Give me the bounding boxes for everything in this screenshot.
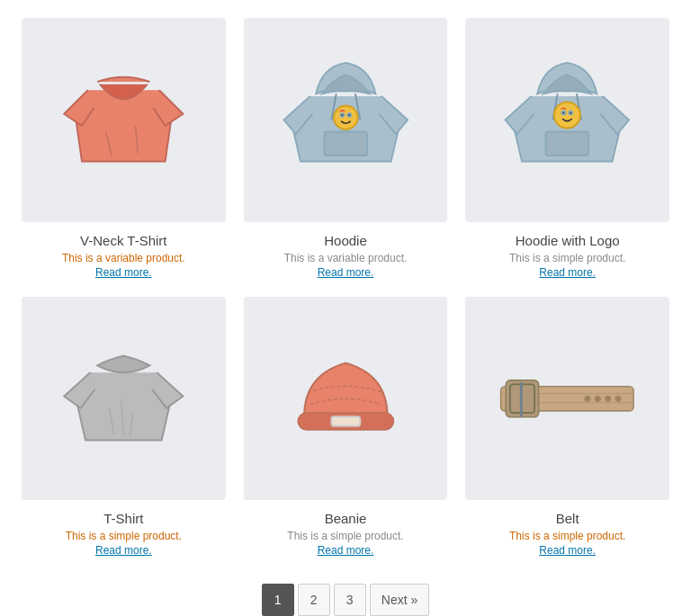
product-image-belt (465, 297, 669, 501)
product-name: Beanie (325, 511, 367, 526)
product-name: V-Neck T-Shirt (80, 233, 166, 248)
product-name: Hoodie (324, 233, 367, 248)
product-read-more-link[interactable]: Read more. (95, 544, 152, 557)
svg-rect-4 (324, 132, 367, 156)
page-button-2[interactable]: 2 (298, 584, 330, 616)
product-type: This is a simple product. (66, 530, 182, 542)
svg-point-28 (615, 396, 621, 401)
svg-rect-10 (546, 132, 589, 156)
product-name: Hoodie with Logo (516, 233, 620, 248)
product-card-vneck-tshirt: V-Neck T-ShirtThis is a variable product… (22, 18, 226, 279)
product-name: T-Shirt (103, 511, 143, 526)
svg-point-6 (340, 113, 344, 117)
product-type: This is a simple product. (509, 252, 625, 264)
product-read-more-link[interactable]: Read more. (95, 266, 152, 279)
product-card-hoodie: HoodieThis is a variable product.Read mo… (244, 18, 448, 279)
product-type: This is a simple product. (509, 530, 625, 542)
product-name: Belt (556, 511, 579, 526)
product-image-vneck-tshirt (22, 18, 226, 222)
svg-point-5 (334, 105, 357, 129)
product-card-hoodie-logo: Hoodie with LogoThis is a simple product… (465, 18, 669, 279)
product-read-more-link[interactable]: Read more. (539, 266, 596, 279)
product-read-more-link[interactable]: Read more. (318, 544, 374, 557)
svg-point-11 (554, 102, 580, 128)
product-image-hoodie (244, 18, 448, 222)
product-type: This is a simple product. (287, 530, 403, 542)
product-read-more-link[interactable]: Read more. (539, 544, 596, 557)
svg-point-26 (596, 396, 601, 401)
product-image-beanie (244, 297, 448, 501)
product-card-beanie: BeanieThis is a simple product.Read more… (244, 297, 448, 558)
svg-point-12 (562, 111, 566, 114)
svg-point-27 (606, 396, 611, 401)
product-card-belt: BeltThis is a simple product.Read more. (465, 297, 669, 558)
pagination-next-button[interactable]: Next » (370, 584, 429, 616)
pagination: 123Next » (262, 584, 429, 616)
page-button-3[interactable]: 3 (334, 584, 366, 616)
svg-rect-18 (331, 416, 360, 426)
product-read-more-link[interactable]: Read more. (318, 266, 374, 279)
page-button-1[interactable]: 1 (262, 584, 294, 616)
product-image-tshirt (22, 297, 226, 501)
svg-point-13 (570, 111, 573, 114)
product-card-tshirt: T-ShirtThis is a simple product.Read mor… (22, 297, 226, 558)
product-type: This is a variable product. (284, 252, 408, 264)
svg-point-7 (347, 113, 351, 117)
product-image-hoodie-logo (465, 18, 669, 222)
svg-point-25 (585, 396, 590, 401)
product-grid: V-Neck T-ShirtThis is a variable product… (22, 18, 669, 557)
product-type: This is a variable product. (62, 252, 185, 264)
